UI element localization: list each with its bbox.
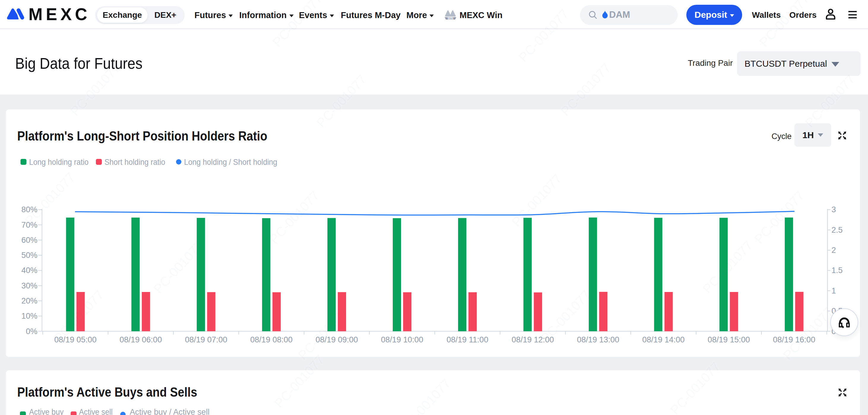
svg-text:10%: 10% — [21, 312, 37, 320]
svg-text:30%: 30% — [21, 281, 37, 290]
svg-text:08/19 16:00: 08/19 16:00 — [773, 335, 815, 344]
svg-text:0%: 0% — [26, 327, 37, 336]
svg-text:08/19 06:00: 08/19 06:00 — [120, 335, 162, 344]
svg-text:60%: 60% — [21, 236, 37, 245]
svg-text:08/19 13:00: 08/19 13:00 — [577, 335, 619, 344]
svg-text:08/19 14:00: 08/19 14:00 — [642, 335, 685, 344]
svg-text:08/19 07:00: 08/19 07:00 — [185, 335, 227, 344]
svg-text:50%: 50% — [21, 251, 37, 260]
svg-text:08/19 09:00: 08/19 09:00 — [315, 335, 358, 344]
svg-text:2.5: 2.5 — [832, 226, 843, 235]
svg-text:40%: 40% — [21, 266, 37, 275]
svg-text:3: 3 — [832, 205, 836, 214]
svg-text:2: 2 — [832, 246, 836, 255]
svg-text:1.5: 1.5 — [832, 266, 843, 275]
svg-text:08/19 12:00: 08/19 12:00 — [512, 335, 554, 344]
svg-text:08/19 10:00: 08/19 10:00 — [381, 335, 423, 344]
svg-text:08/19 15:00: 08/19 15:00 — [708, 335, 750, 344]
svg-text:08/19 08:00: 08/19 08:00 — [250, 335, 293, 344]
svg-text:1: 1 — [832, 286, 836, 295]
svg-text:70%: 70% — [21, 220, 37, 230]
svg-text:WIN: WIN — [448, 17, 453, 20]
svg-text:80%: 80% — [21, 205, 37, 214]
svg-text:08/19 05:00: 08/19 05:00 — [54, 335, 97, 344]
svg-text:08/19 11:00: 08/19 11:00 — [446, 335, 488, 344]
svg-text:20%: 20% — [21, 297, 37, 305]
